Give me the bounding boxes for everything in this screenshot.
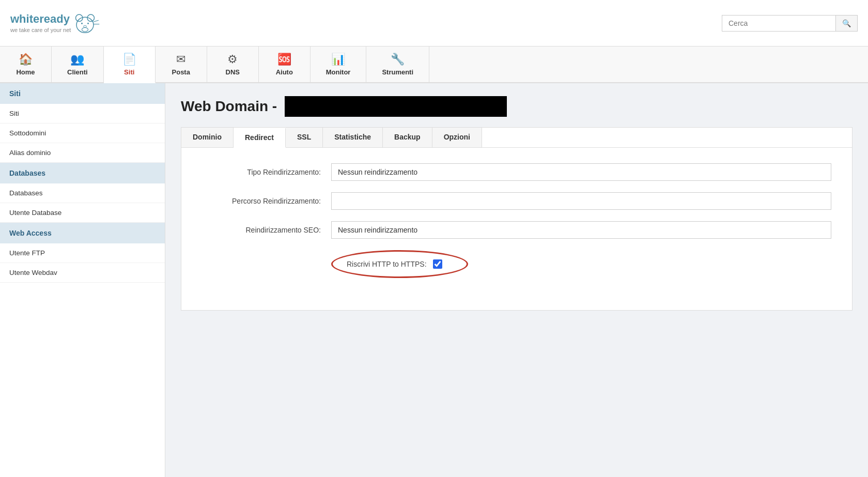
form-row-tipo: Tipo Reindirizzamento: Nessun reindirizz… bbox=[202, 163, 831, 181]
svg-point-4 bbox=[81, 23, 83, 24]
form-row-seo: Reindirizzamento SEO: Nessun reindirizza… bbox=[202, 221, 831, 239]
domain-redacted bbox=[285, 96, 507, 117]
label-riscrivi-https: Riscrivi HTTP to HTTPS: bbox=[347, 260, 427, 268]
tab-ssl[interactable]: SSL bbox=[286, 128, 323, 147]
monitor-icon: 📊 bbox=[331, 53, 345, 66]
value-tipo-reindirizzamento: Nessun reindirizzamento bbox=[331, 163, 831, 181]
nav-item-posta[interactable]: ✉ Posta bbox=[156, 47, 207, 82]
nav-item-aiuto[interactable]: 🆘 Aiuto bbox=[259, 47, 311, 82]
sidebar: Siti Siti Sottodomini Alias dominio Data… bbox=[0, 83, 165, 477]
sidebar-group-web-access[interactable]: Web Access bbox=[0, 223, 165, 243]
sidebar-item-utente-database[interactable]: Utente Database bbox=[0, 203, 165, 223]
sidebar-item-utente-ftp[interactable]: Utente FTP bbox=[0, 243, 165, 263]
svg-point-0 bbox=[76, 17, 94, 33]
aiuto-icon: 🆘 bbox=[277, 53, 291, 66]
sidebar-group-databases[interactable]: Databases bbox=[0, 163, 165, 183]
svg-line-7 bbox=[94, 20, 99, 22]
logo-bear-icon bbox=[73, 9, 104, 37]
posta-icon: ✉ bbox=[176, 53, 185, 66]
input-percorso-reindirizzamento[interactable] bbox=[331, 192, 831, 210]
content-area: Web Domain - Dominio Redirect SSL Statis… bbox=[165, 83, 868, 477]
sidebar-item-alias-dominio[interactable]: Alias dominio bbox=[0, 143, 165, 163]
nav-label-aiuto: Aiuto bbox=[276, 68, 293, 76]
nav-label-monitor: Monitor bbox=[326, 68, 351, 76]
logo-sub: we take care of your net bbox=[10, 27, 71, 33]
text-reindirizzamento-seo: Nessun reindirizzamento bbox=[331, 221, 831, 239]
nav-label-strumenti: Strumenti bbox=[382, 68, 413, 76]
nav-label-dns: DNS bbox=[226, 68, 240, 76]
form-row-https: Riscrivi HTTP to HTTPS: bbox=[202, 250, 831, 278]
tab-redirect[interactable]: Redirect bbox=[234, 128, 286, 148]
logo-main: whiteready bbox=[10, 13, 71, 25]
nav-item-siti[interactable]: 📄 Siti bbox=[104, 47, 156, 83]
tab-statistiche[interactable]: Statistiche bbox=[323, 128, 383, 147]
search-button[interactable]: 🔍 bbox=[835, 15, 858, 32]
nav-item-clienti[interactable]: 👥 Clienti bbox=[52, 47, 104, 82]
checkbox-row-https: Riscrivi HTTP to HTTPS: bbox=[347, 259, 442, 269]
nav-label-posta: Posta bbox=[172, 68, 190, 76]
label-reindirizzamento-seo: Reindirizzamento SEO: bbox=[202, 226, 331, 234]
search-area: 🔍 bbox=[722, 15, 858, 32]
sidebar-item-sottodomini[interactable]: Sottodomini bbox=[0, 124, 165, 143]
header: whiteready we take care of your net 🔍 bbox=[0, 0, 868, 47]
siti-icon: 📄 bbox=[122, 53, 136, 66]
tabs-bar: Dominio Redirect SSL Statistiche Backup … bbox=[181, 127, 853, 147]
svg-point-3 bbox=[82, 28, 88, 32]
main-layout: Siti Siti Sottodomini Alias dominio Data… bbox=[0, 83, 868, 477]
text-tipo-reindirizzamento: Nessun reindirizzamento bbox=[331, 163, 831, 181]
checkbox-https[interactable] bbox=[433, 259, 442, 269]
tab-dominio[interactable]: Dominio bbox=[181, 128, 234, 147]
nav-item-dns[interactable]: ⚙ DNS bbox=[207, 47, 259, 82]
strumenti-icon: 🔧 bbox=[391, 53, 405, 66]
clienti-icon: 👥 bbox=[70, 53, 84, 66]
label-tipo-reindirizzamento: Tipo Reindirizzamento: bbox=[202, 168, 331, 176]
logo-area: whiteready we take care of your net bbox=[10, 9, 104, 37]
logo-text-area: whiteready we take care of your net bbox=[10, 13, 71, 33]
nav-label-clienti: Clienti bbox=[67, 68, 88, 76]
sidebar-item-utente-webdav[interactable]: Utente Webdav bbox=[0, 263, 165, 283]
form-row-percorso: Percorso Reindirizzamento: bbox=[202, 192, 831, 210]
navbar: 🏠 Home 👥 Clienti 📄 Siti ✉ Posta ⚙ DNS 🆘 … bbox=[0, 47, 868, 83]
value-https: Riscrivi HTTP to HTTPS: bbox=[331, 250, 831, 278]
value-reindirizzamento-seo: Nessun reindirizzamento bbox=[331, 221, 831, 239]
svg-point-6 bbox=[84, 25, 87, 27]
dns-icon: ⚙ bbox=[227, 53, 238, 66]
tab-opzioni[interactable]: Opzioni bbox=[432, 128, 482, 147]
sidebar-item-databases[interactable]: Databases bbox=[0, 183, 165, 203]
sidebar-item-siti[interactable]: Siti bbox=[0, 104, 165, 124]
home-icon: 🏠 bbox=[19, 53, 33, 66]
nav-item-strumenti[interactable]: 🔧 Strumenti bbox=[366, 47, 429, 82]
search-input[interactable] bbox=[722, 15, 835, 32]
nav-label-home: Home bbox=[16, 68, 35, 76]
form-panel: Tipo Reindirizzamento: Nessun reindirizz… bbox=[181, 147, 853, 311]
sidebar-group-siti[interactable]: Siti bbox=[0, 83, 165, 104]
https-checkbox-wrapper: Riscrivi HTTP to HTTPS: bbox=[331, 250, 468, 278]
nav-item-monitor[interactable]: 📊 Monitor bbox=[311, 47, 367, 82]
tab-backup[interactable]: Backup bbox=[383, 128, 432, 147]
label-percorso-reindirizzamento: Percorso Reindirizzamento: bbox=[202, 197, 331, 205]
nav-item-home[interactable]: 🏠 Home bbox=[0, 47, 52, 82]
svg-point-5 bbox=[87, 23, 89, 24]
nav-label-siti: Siti bbox=[124, 68, 134, 76]
page-title: Web Domain - bbox=[181, 96, 853, 117]
value-percorso-reindirizzamento bbox=[331, 192, 831, 210]
